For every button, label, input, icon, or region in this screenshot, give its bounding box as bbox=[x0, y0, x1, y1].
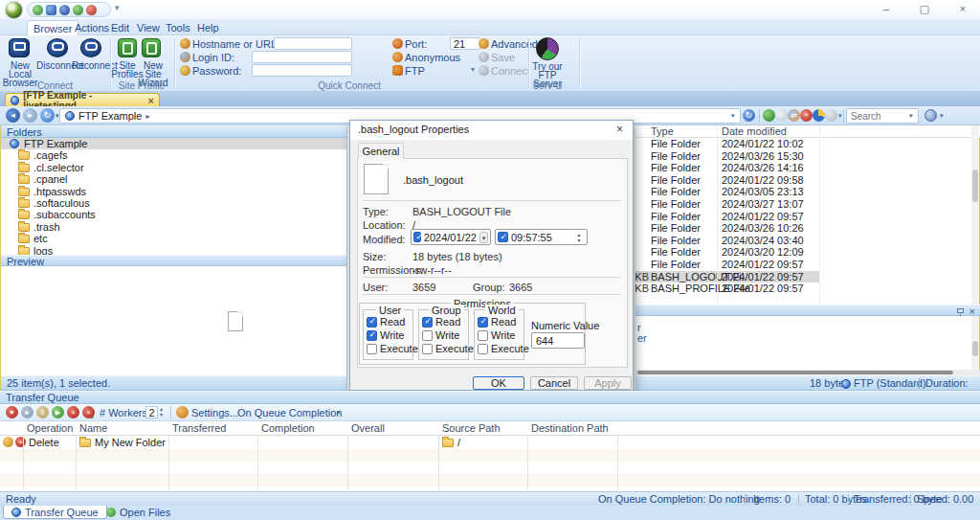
log-scrollbar[interactable] bbox=[971, 316, 979, 370]
advanced-button[interactable]: Advanced bbox=[491, 38, 538, 50]
time-checkbox[interactable] bbox=[498, 232, 508, 242]
stats-icon[interactable] bbox=[813, 109, 825, 122]
back-icon[interactable]: ◂ bbox=[6, 108, 20, 123]
skip-icon[interactable]: ▸ bbox=[21, 406, 33, 418]
reconnect-button[interactable]: Reconnect bbox=[72, 61, 114, 70]
tab-open-files[interactable]: Open Files bbox=[99, 506, 178, 519]
calendar-dropdown-icon[interactable]: ▾ bbox=[479, 232, 488, 243]
upload-icon[interactable] bbox=[73, 5, 83, 15]
world-read-checkbox[interactable]: Read bbox=[478, 316, 516, 328]
file-list-row[interactable]: File Folder2024/03/05 23:13 bbox=[635, 186, 971, 198]
dialog-title-bar[interactable]: .bash_logout Properties × bbox=[350, 121, 633, 140]
save-button[interactable]: Save bbox=[491, 52, 515, 63]
file-list-row-selected[interactable]: KBBASH_LOGOUT Fi..2024/01/22 09:57 bbox=[635, 271, 971, 283]
close-button[interactable]: × bbox=[949, 2, 976, 17]
apply-button[interactable]: Apply bbox=[584, 376, 632, 390]
anonymous-label[interactable]: Anonymous bbox=[405, 52, 460, 63]
tools-dropdown-icon[interactable]: ▾ bbox=[838, 112, 842, 120]
column-destination-path[interactable]: Destination Path bbox=[531, 422, 609, 434]
tree-item[interactable]: .trash bbox=[1, 221, 346, 233]
column-overall[interactable]: Overall bbox=[351, 422, 385, 434]
column-transferred[interactable]: Transferred bbox=[172, 422, 226, 434]
file-list-row[interactable]: File Folder2024/01/22 09:57 bbox=[635, 211, 971, 223]
refresh-icon[interactable]: ↻ bbox=[743, 109, 755, 122]
qat-customize-icon[interactable]: ▾ bbox=[115, 3, 120, 12]
maximize-button[interactable]: ▢ bbox=[911, 2, 938, 17]
date-checkbox[interactable] bbox=[413, 232, 421, 242]
user-execute-checkbox[interactable]: Execute bbox=[367, 343, 418, 354]
login-input[interactable] bbox=[252, 51, 352, 63]
reconnect-icon[interactable] bbox=[80, 38, 101, 57]
document-tab[interactable]: [FTP Example - livetestingd... × bbox=[5, 93, 160, 106]
minimize-button[interactable]: – bbox=[873, 2, 900, 17]
history-icon[interactable]: ↻ bbox=[40, 108, 55, 123]
column-date-modified[interactable]: Date modified bbox=[722, 125, 787, 137]
group-write-checkbox[interactable]: Write bbox=[422, 329, 459, 341]
search-dropdown-icon[interactable]: ▾ bbox=[909, 112, 913, 120]
scrollbar-thumb[interactable] bbox=[972, 341, 978, 356]
protocol-dropdown-icon[interactable]: ▾ bbox=[471, 65, 475, 74]
zoom-dropdown-icon[interactable]: ▾ bbox=[940, 112, 944, 120]
start-icon[interactable]: ▶ bbox=[52, 406, 64, 418]
group-read-checkbox[interactable]: Read bbox=[422, 316, 460, 328]
column-operation[interactable]: Operation bbox=[27, 422, 73, 434]
ok-button[interactable]: OK bbox=[473, 376, 524, 390]
settings-button[interactable]: Settings... bbox=[191, 407, 238, 418]
more-tools-icon[interactable] bbox=[825, 109, 837, 122]
tree-item[interactable]: .htpasswds bbox=[1, 186, 346, 197]
user-write-checkbox[interactable]: Write bbox=[367, 329, 404, 341]
tree-item[interactable]: etc bbox=[1, 233, 346, 244]
protocol-label[interactable]: FTP bbox=[405, 65, 425, 77]
search-input[interactable] bbox=[846, 108, 919, 124]
file-list-row[interactable]: File Folder2024/01/22 09:57 bbox=[635, 259, 971, 271]
nav-dropdown-icon[interactable]: ▾ bbox=[56, 112, 59, 120]
password-input[interactable] bbox=[252, 64, 352, 77]
user-read-checkbox[interactable]: Read bbox=[367, 316, 405, 328]
column-completion[interactable]: Completion bbox=[261, 422, 315, 434]
group-execute-checkbox[interactable]: Execute bbox=[422, 343, 474, 354]
cancel-button[interactable]: Cancel bbox=[530, 376, 578, 390]
workers-value[interactable]: 2 bbox=[145, 406, 158, 418]
queue-row[interactable]: × Delete My New Folder / bbox=[0, 436, 980, 449]
new-site-wizard-icon[interactable] bbox=[142, 38, 161, 57]
tree-item[interactable]: .cpanel bbox=[1, 173, 346, 185]
app-logo-icon[interactable] bbox=[5, 1, 23, 19]
file-list-row[interactable]: File Folder2024/03/27 13:07 bbox=[635, 198, 971, 211]
time-spinner[interactable]: ▴▾ bbox=[573, 232, 585, 243]
hostname-input[interactable] bbox=[274, 37, 352, 50]
on-queue-completion-menu[interactable]: On Queue Completion bbox=[237, 407, 342, 418]
tab-help[interactable]: Help bbox=[191, 20, 225, 35]
file-list-row[interactable]: File Folder2024/03/26 14:16 bbox=[635, 162, 971, 174]
numeric-value-input[interactable]: 644 bbox=[531, 332, 585, 349]
new-local-browser-icon[interactable] bbox=[9, 38, 30, 57]
connect-icon[interactable] bbox=[33, 5, 43, 15]
column-source-path[interactable]: Source Path bbox=[442, 422, 501, 434]
tree-item[interactable]: .cl.selector bbox=[1, 162, 346, 173]
remove-icon[interactable]: × bbox=[67, 406, 79, 418]
servu-logo-icon[interactable] bbox=[536, 37, 559, 60]
site-profiles-icon[interactable] bbox=[118, 38, 137, 57]
world-execute-checkbox[interactable]: Execute bbox=[478, 343, 529, 354]
new-document-icon[interactable] bbox=[775, 109, 788, 122]
scrollbar-thumb[interactable] bbox=[972, 170, 978, 202]
search-icon[interactable] bbox=[924, 109, 937, 122]
go-icon[interactable] bbox=[763, 109, 775, 122]
tree-item[interactable]: .cagefs bbox=[1, 149, 346, 161]
file-list-row[interactable]: File Folder2024/01/22 09:58 bbox=[635, 174, 971, 187]
pin-icon[interactable] bbox=[957, 308, 964, 313]
settings-icon[interactable] bbox=[176, 406, 189, 418]
crumb-dropdown-icon[interactable]: ▾ bbox=[731, 112, 735, 120]
file-list-row[interactable]: File Folder2024/03/20 12:09 bbox=[635, 246, 971, 259]
remove-all-icon[interactable]: × bbox=[82, 406, 95, 418]
tab-general[interactable]: General bbox=[358, 143, 404, 159]
forward-icon[interactable]: ▸ bbox=[23, 108, 37, 123]
tree-item[interactable]: .subaccounts bbox=[1, 209, 346, 220]
browser-icon[interactable] bbox=[46, 5, 56, 15]
file-list-row[interactable]: File Folder2024/03/24 03:40 bbox=[635, 235, 971, 247]
transfer-icon[interactable]: ⇄ bbox=[788, 109, 800, 122]
file-list-row[interactable]: File Folder2024/03/26 10:26 bbox=[635, 222, 971, 235]
file-list-scrollbar[interactable] bbox=[971, 125, 979, 305]
column-name[interactable]: Name bbox=[79, 422, 107, 434]
file-list-row[interactable]: File Folder2024/03/26 15:30 bbox=[635, 150, 971, 163]
stop-icon[interactable] bbox=[86, 5, 97, 15]
